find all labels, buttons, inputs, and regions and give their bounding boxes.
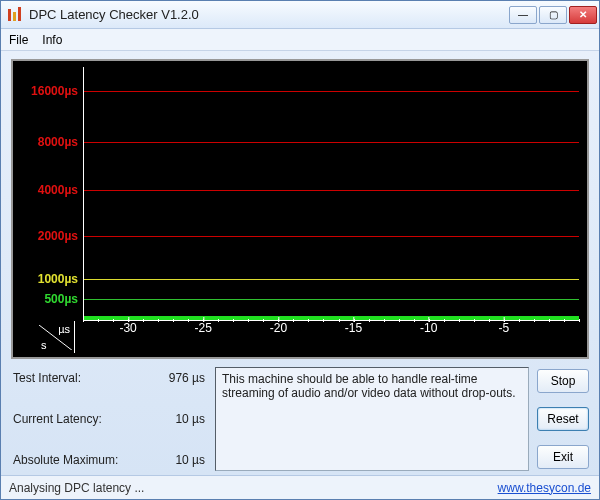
x-tick: -5 [499,321,510,335]
y-label-2000: 2000µs [38,229,78,243]
absolute-max-value: 10 µs [175,453,205,467]
svg-line-3 [39,325,72,350]
action-buttons: Stop Reset Exit [537,367,589,471]
gridline-8000: 8000µs [84,142,579,143]
gridline-1000: 1000µs [84,279,579,280]
latency-chart: 500µs1000µs2000µs4000µs8000µs16000µs µs … [11,59,589,359]
reset-button[interactable]: Reset [537,407,589,431]
app-icon [7,7,23,23]
x-tick: -20 [270,321,287,335]
gridline-16000: 16000µs [84,91,579,92]
x-tick: -25 [195,321,212,335]
y-label-16000: 16000µs [31,84,78,98]
x-tick: -15 [345,321,362,335]
menu-info[interactable]: Info [42,33,62,47]
x-axis: µs s -30-25-20-15-10-5 [83,321,579,357]
exit-button[interactable]: Exit [537,445,589,469]
window-title: DPC Latency Checker V1.2.0 [29,7,509,22]
gridline-2000: 2000µs [84,236,579,237]
stat-absolute-maximum: Absolute Maximum: 10 µs [13,453,205,467]
y-label-4000: 4000µs [38,183,78,197]
menu-file[interactable]: File [9,33,28,47]
y-label-8000: 8000µs [38,135,78,149]
test-interval-label: Test Interval: [13,371,81,385]
gridline-500: 500µs [84,299,579,300]
lower-panel: Test Interval: 976 µs Current Latency: 1… [11,367,589,471]
stats-panel: Test Interval: 976 µs Current Latency: 1… [11,367,207,471]
status-message: This machine should be able to handle re… [215,367,529,471]
maximize-button[interactable]: ▢ [539,6,567,24]
minimize-button[interactable]: — [509,6,537,24]
svg-rect-0 [8,9,11,21]
x-tick: -10 [420,321,437,335]
status-text: Analysing DPC latency ... [9,481,144,495]
statusbar: Analysing DPC latency ... www.thesycon.d… [1,475,599,499]
chart-plot: 500µs1000µs2000µs4000µs8000µs16000µs [83,67,579,321]
y-label-1000: 1000µs [38,272,78,286]
svg-rect-1 [13,12,16,21]
window-controls: — ▢ ✕ [509,6,597,24]
svg-rect-2 [18,7,21,21]
stat-test-interval: Test Interval: 976 µs [13,371,205,385]
current-latency-value: 10 µs [175,412,205,426]
app-window: DPC Latency Checker V1.2.0 — ▢ ✕ File In… [0,0,600,500]
axis-corner: µs s [35,321,75,353]
client-area: 500µs1000µs2000µs4000µs8000µs16000µs µs … [1,51,599,475]
stop-button[interactable]: Stop [537,369,589,393]
test-interval-value: 976 µs [169,371,205,385]
x-tick: -30 [119,321,136,335]
y-label-500: 500µs [44,292,78,306]
close-button[interactable]: ✕ [569,6,597,24]
gridline-4000: 4000µs [84,190,579,191]
stat-current-latency: Current Latency: 10 µs [13,412,205,426]
absolute-max-label: Absolute Maximum: [13,453,118,467]
titlebar: DPC Latency Checker V1.2.0 — ▢ ✕ [1,1,599,29]
current-latency-label: Current Latency: [13,412,102,426]
vendor-link[interactable]: www.thesycon.de [498,481,591,495]
menubar: File Info [1,29,599,51]
